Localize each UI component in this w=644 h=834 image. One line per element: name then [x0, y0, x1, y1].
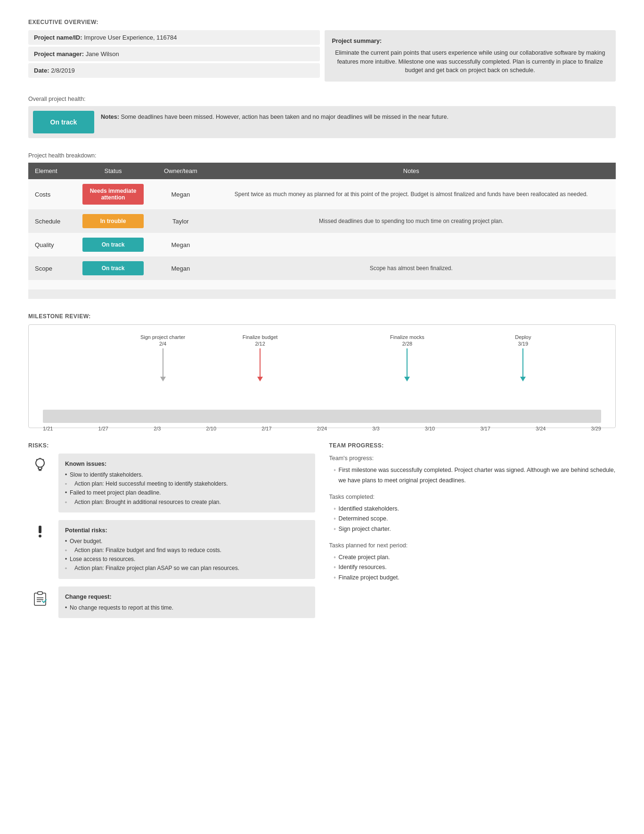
owner-cell: Taylor	[155, 209, 206, 233]
breakdown-section: Project health breakdown: Element Status…	[28, 152, 616, 299]
risk-line: Action plan: Brought in additional resou…	[65, 498, 309, 507]
risks-container: Known issues:Slow to identify stakeholde…	[28, 454, 315, 618]
exec-grid: Project name/ID: Improve User Experience…	[28, 30, 616, 82]
milestone-label: Sign project charter	[140, 334, 185, 340]
table-row	[28, 280, 616, 289]
element-cell: Quality	[28, 233, 72, 256]
notes-cell: Scope has almost been finalized.	[207, 256, 616, 280]
risk-item: Change request:No change requests to rep…	[28, 586, 315, 618]
axis-label: 3/24	[536, 426, 546, 431]
project-name-field: Project name/ID: Improve User Experience…	[28, 30, 320, 45]
status-cell: On track	[72, 233, 155, 256]
table-header-row: Element Status Owner/team Notes	[28, 163, 616, 179]
risk-line: Slow to identify stakeholders.	[65, 471, 309, 479]
risk-content: Change request:No change requests to rep…	[58, 586, 315, 618]
pin-line	[163, 348, 163, 377]
milestone-title: MILESTONE REVIEW:	[28, 313, 616, 320]
risk-item: Known issues:Slow to identify stakeholde…	[28, 454, 315, 512]
axis-label: 2/24	[317, 426, 327, 431]
table-row: CostsNeeds immediate attentionMeganSpent…	[28, 179, 616, 209]
owner-cell	[155, 289, 206, 299]
notes-cell	[207, 233, 616, 256]
pin-arrow	[160, 377, 166, 381]
risks-title: RISKS:	[28, 442, 315, 449]
risks-section: RISKS: Known issues:Slow to identify sta…	[28, 442, 315, 626]
executive-overview-section: EXECUTIVE OVERVIEW: Project name/ID: Imp…	[28, 19, 616, 82]
risk-content: Known issues:Slow to identify stakeholde…	[58, 454, 315, 512]
planned-item: Finalize project budget.	[334, 573, 616, 583]
axis-bar	[43, 410, 601, 423]
completed-list: Identified stakeholders.Determined scope…	[329, 504, 616, 534]
project-name-label: Project name/ID:	[34, 34, 82, 41]
milestone-pin: Sign project charter2/4	[140, 334, 185, 381]
svg-rect-9	[38, 592, 42, 595]
owner-cell: Megan	[155, 256, 206, 280]
project-name-value: Improve User Experience, 116784	[84, 34, 177, 41]
status-cell: On track	[72, 256, 155, 280]
risk-line: Action plan: Held successful meeting to …	[65, 479, 309, 488]
project-manager-value: Jane Wilson	[86, 50, 119, 58]
milestone-label: Finalize mocks	[390, 334, 424, 340]
milestone-date: 3/19	[518, 341, 528, 347]
axis-label: 2/10	[206, 426, 216, 431]
status-cell	[72, 280, 155, 289]
status-badge: Needs immediate attention	[82, 184, 144, 205]
axis-label: 3/29	[591, 426, 601, 431]
element-cell: Scope	[28, 256, 72, 280]
breakdown-label: Project health breakdown:	[28, 152, 616, 159]
breakdown-table: Element Status Owner/team Notes CostsNee…	[28, 163, 616, 299]
planned-item: Create project plan.	[334, 553, 616, 562]
status-badge: On track	[82, 261, 144, 275]
risk-content: Potential risks:Over budget.Action plan:…	[58, 520, 315, 579]
team-intro: Team's progress: First milestone was suc…	[329, 454, 616, 486]
milestone-date: 2/4	[159, 341, 166, 347]
bottom-grid: RISKS: Known issues:Slow to identify sta…	[28, 442, 616, 626]
notes-cell	[207, 289, 616, 299]
planned-label: Tasks planned for next period:	[329, 541, 616, 551]
project-summary: Project summary: Eliminate the current p…	[325, 30, 616, 82]
planned-list: Create project plan.Identify resources.F…	[329, 553, 616, 583]
team-intro-text: First milestone was successfully complet…	[334, 465, 616, 486]
status-cell: In trouble	[72, 209, 155, 233]
status-cell	[72, 289, 155, 299]
completed-label: Tasks completed:	[329, 492, 616, 502]
axis-label: 2/3	[154, 426, 161, 431]
team-content: Team's progress: First milestone was suc…	[329, 454, 616, 583]
table-row: QualityOn trackMegan	[28, 233, 616, 256]
risk-line: Lose access to resources.	[65, 555, 309, 564]
risk-line: Over budget.	[65, 537, 309, 546]
risk-line: Action plan: Finalize budget and find wa…	[65, 546, 309, 555]
notes-cell: Spent twice as much money as planned for…	[207, 179, 616, 209]
risk-title: Potential risks:	[65, 526, 309, 535]
exclaim-icon	[28, 520, 52, 579]
overall-health-section: Overall project health: On track Notes: …	[28, 96, 616, 138]
pin-line	[260, 348, 261, 377]
pin-arrow	[520, 377, 526, 381]
milestone-date: 2/28	[402, 341, 412, 347]
summary-text: Eliminate the current pain points that u…	[332, 49, 609, 75]
tasks-planned: Tasks planned for next period: Create pr…	[329, 541, 616, 583]
owner-cell	[155, 280, 206, 289]
planned-item: Identify resources.	[334, 562, 616, 572]
milestone-chart: Sign project charter2/4Finalize budget2/…	[28, 324, 616, 428]
owner-cell: Megan	[155, 179, 206, 209]
team-intro-label: Team's progress:	[329, 454, 616, 463]
col-owner: Owner/team	[155, 163, 206, 179]
milestone-pin: Finalize budget2/12	[243, 334, 278, 381]
risk-title: Known issues:	[65, 459, 309, 469]
table-row: ScheduleIn troubleTaylorMissed deadlines…	[28, 209, 616, 233]
axis-label: 1/21	[43, 426, 53, 431]
risk-title: Change request:	[65, 592, 309, 602]
completed-item: Identified stakeholders.	[334, 504, 616, 514]
status-badge: In trouble	[82, 214, 144, 228]
table-row	[28, 289, 616, 299]
clipboard-icon	[28, 586, 52, 618]
risk-line: Action plan: Finalize project plan ASAP …	[65, 564, 309, 573]
element-cell	[28, 289, 72, 299]
col-status: Status	[72, 163, 155, 179]
team-intro-list: First milestone was successfully complet…	[329, 465, 616, 486]
owner-cell: Megan	[155, 233, 206, 256]
team-progress-section: TEAM PROGRESS: Team's progress: First mi…	[329, 442, 616, 626]
element-cell: Costs	[28, 179, 72, 209]
milestone-label: Finalize budget	[243, 334, 278, 340]
